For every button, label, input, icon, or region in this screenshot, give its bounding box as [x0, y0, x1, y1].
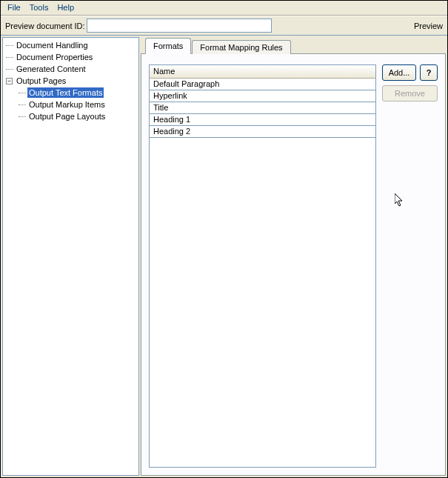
menu-help[interactable]: Help [53, 1, 78, 13]
preview-bar: Preview document ID: Preview [1, 16, 447, 36]
menu-tools[interactable]: Tools [25, 1, 53, 13]
table-body[interactable]: Default Paragraph Hyperlink Title Headin… [149, 79, 376, 468]
tab-format-mapping-rules[interactable]: Format Mapping Rules [192, 40, 290, 54]
tree-output-markup-items[interactable]: Output Markup Items [27, 99, 107, 110]
table-row[interactable]: Heading 1 [150, 114, 375, 126]
window: File Tools Help Preview document ID: Pre… [0, 0, 448, 478]
split-pane: Document Handling Document Properties Ge… [1, 36, 447, 477]
tree-output-pages[interactable]: Output Pages [15, 76, 67, 86]
tree-document-properties[interactable]: Document Properties [15, 52, 94, 62]
formats-table: Name Default Paragraph Hyperlink Title H… [149, 64, 376, 468]
preview-label: Preview document ID: [5, 21, 85, 30]
tree-document-handling[interactable]: Document Handling [15, 40, 90, 50]
table-row[interactable]: Heading 2 [150, 126, 375, 138]
menubar: File Tools Help [1, 1, 447, 16]
tree-generated-content[interactable]: Generated Content [15, 64, 87, 74]
preview-id-input[interactable] [87, 19, 272, 33]
tree-panel[interactable]: Document Handling Document Properties Ge… [2, 37, 139, 476]
right-panel: Formats Format Mapping Rules Name Defaul… [141, 37, 446, 476]
table-row[interactable]: Hyperlink [150, 90, 375, 102]
tab-formats[interactable]: Formats [145, 38, 191, 54]
button-column: Add... ? Remove [382, 64, 438, 468]
remove-button[interactable]: Remove [382, 85, 438, 102]
tab-content: Name Default Paragraph Hyperlink Title H… [141, 53, 446, 476]
column-header-name[interactable]: Name [149, 64, 376, 79]
tabstrip: Formats Format Mapping Rules [141, 37, 446, 53]
table-row[interactable]: Default Paragraph [150, 79, 375, 90]
help-button[interactable]: ? [420, 64, 438, 81]
tree-toggle-output-pages[interactable]: − [6, 78, 13, 84]
add-button[interactable]: Add... [382, 64, 416, 81]
preview-link[interactable]: Preview [414, 21, 443, 30]
tree-output-text-formats[interactable]: Output Text Formats [27, 87, 104, 98]
tree-output-page-layouts[interactable]: Output Page Layouts [27, 111, 107, 122]
table-row[interactable]: Title [150, 102, 375, 114]
menu-file[interactable]: File [3, 1, 25, 13]
